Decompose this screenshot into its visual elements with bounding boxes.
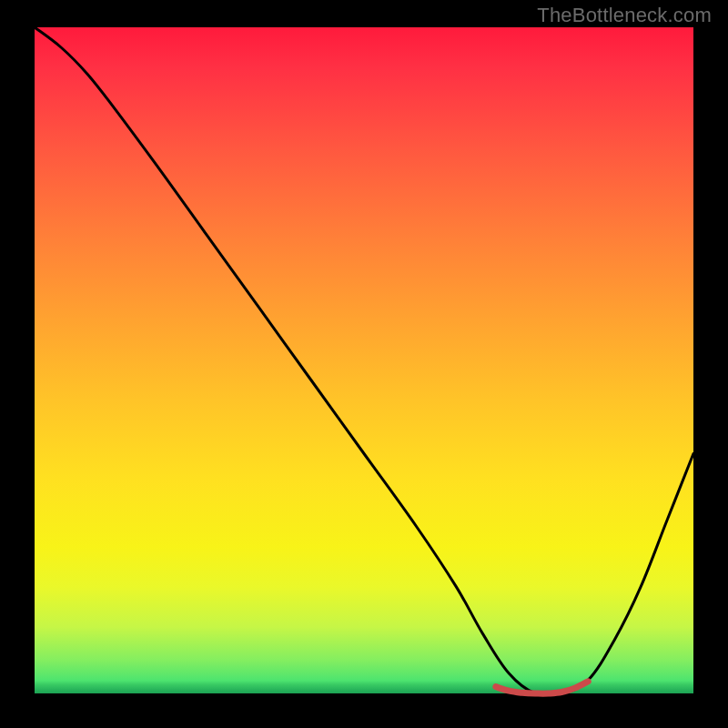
watermark-text: TheBottleneck.com [537, 4, 712, 27]
chart-container: TheBottleneck.com [0, 0, 728, 728]
optimal-range-marker [496, 682, 588, 693]
curve-layer [35, 27, 693, 693]
plot-area [35, 27, 693, 693]
bottleneck-curve [35, 27, 693, 696]
